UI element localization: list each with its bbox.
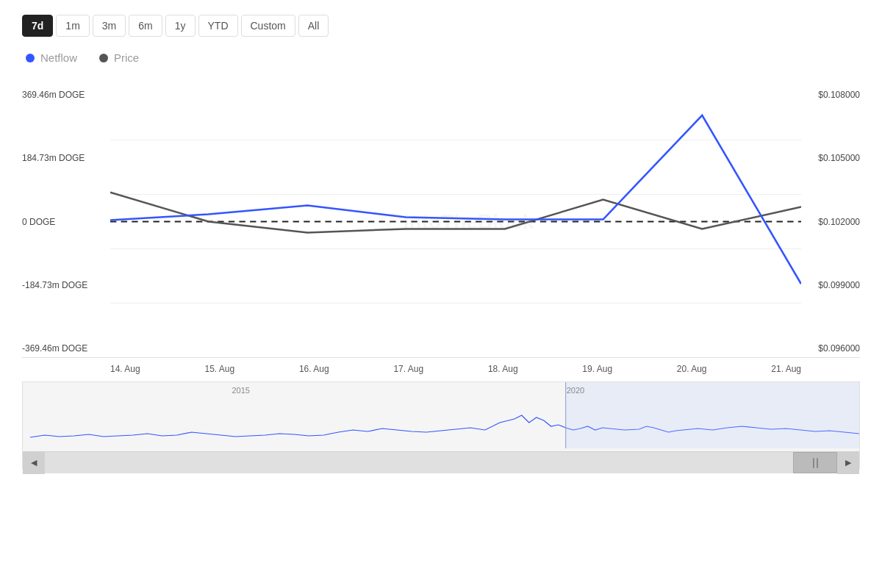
legend: NetflowPrice xyxy=(22,51,860,64)
navigator: 2015 2020 ◀ ▶ xyxy=(22,381,860,470)
main-chart: 369.46m DOGE184.73m DOGE0 DOGE-184.73m D… xyxy=(22,86,860,358)
svg-rect-6 xyxy=(566,382,859,448)
legend-dot-netflow xyxy=(26,54,35,62)
time-btn-3m[interactable]: 3m xyxy=(93,15,126,37)
y-left-label: 184.73m DOGE xyxy=(22,153,110,163)
legend-item-price: Price xyxy=(99,51,139,64)
time-btn-1y[interactable]: 1y xyxy=(165,15,196,37)
y-right-label: $0.096000 xyxy=(801,343,860,354)
legend-label-price: Price xyxy=(114,51,139,64)
y-left-label: 0 DOGE xyxy=(22,217,110,227)
time-btn-custom[interactable]: Custom xyxy=(241,15,295,37)
navigator-scrollbar: ◀ ▶ xyxy=(23,451,859,473)
y-axis-right: $0.108000$0.105000$0.102000$0.099000$0.0… xyxy=(801,86,860,357)
main-container: 7d1m3m6m1yYTDCustomAll NetflowPrice 369.… xyxy=(0,0,882,588)
thumb-line-1 xyxy=(813,458,814,468)
y-right-label: $0.105000 xyxy=(801,153,860,163)
y-left-label: -369.46m DOGE xyxy=(22,343,110,354)
x-label: 21. Aug xyxy=(771,364,801,374)
legend-item-netflow: Netflow xyxy=(26,51,77,64)
chart-svg-area: 🏠 IntoTheBlock xyxy=(110,86,801,357)
legend-dot-price xyxy=(99,54,108,62)
thumb-line-2 xyxy=(817,458,818,468)
scroll-thumb-handle xyxy=(813,458,818,468)
x-label: 17. Aug xyxy=(393,364,423,374)
x-label: 20. Aug xyxy=(677,364,707,374)
time-btn-all[interactable]: All xyxy=(298,15,329,37)
time-btn-ytd[interactable]: YTD xyxy=(198,15,238,37)
x-label: 15. Aug xyxy=(204,364,234,374)
y-right-label: $0.099000 xyxy=(801,280,860,290)
x-label: 18. Aug xyxy=(488,364,518,374)
navigator-svg xyxy=(23,382,859,448)
time-range-selector: 7d1m3m6m1yYTDCustomAll xyxy=(22,15,860,37)
y-right-label: $0.102000 xyxy=(801,217,860,227)
x-label: 14. Aug xyxy=(110,364,140,374)
x-label: 19. Aug xyxy=(582,364,612,374)
time-btn-1m[interactable]: 1m xyxy=(56,15,89,37)
y-right-label: $0.108000 xyxy=(801,90,860,100)
scroll-right-button[interactable]: ▶ xyxy=(837,452,859,474)
time-btn-6m[interactable]: 6m xyxy=(129,15,162,37)
scroll-track xyxy=(45,452,837,473)
chart-wrapper: 369.46m DOGE184.73m DOGE0 DOGE-184.73m D… xyxy=(22,86,860,470)
x-axis: 14. Aug15. Aug16. Aug17. Aug18. Aug19. A… xyxy=(110,358,801,378)
y-axis-left: 369.46m DOGE184.73m DOGE0 DOGE-184.73m D… xyxy=(22,86,110,357)
scroll-left-button[interactable]: ◀ xyxy=(23,452,45,474)
time-btn-7d[interactable]: 7d xyxy=(22,15,53,37)
legend-label-netflow: Netflow xyxy=(40,51,77,64)
x-label: 16. Aug xyxy=(299,364,329,374)
y-left-label: -184.73m DOGE xyxy=(22,280,110,290)
scroll-thumb[interactable] xyxy=(793,452,837,473)
chart-svg xyxy=(110,86,801,357)
y-left-label: 369.46m DOGE xyxy=(22,90,110,100)
